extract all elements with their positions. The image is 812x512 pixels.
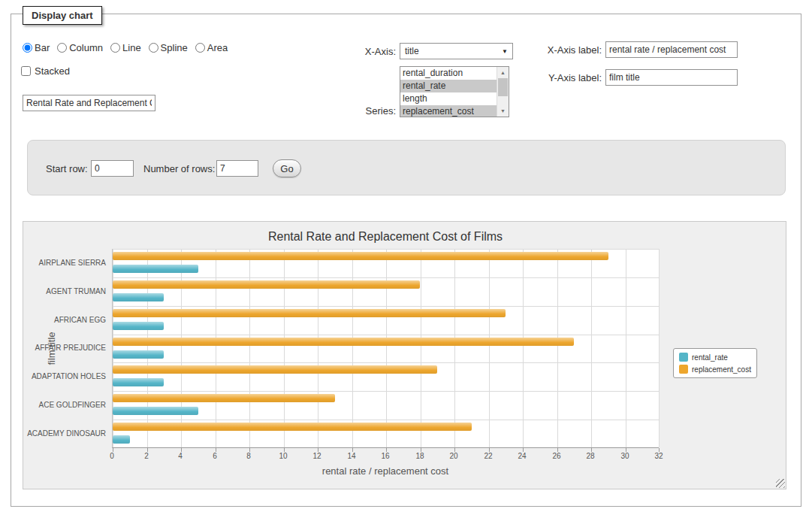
plot-area — [112, 249, 659, 448]
x-tick-label: 24 — [511, 452, 533, 460]
y-gridline — [113, 335, 659, 335]
chart-type-radio-line[interactable] — [110, 43, 120, 53]
x-gridline — [591, 249, 592, 447]
x-gridline — [523, 249, 524, 447]
x-tick-label: 8 — [237, 452, 260, 460]
x-tick-label: 14 — [340, 452, 363, 460]
stacked-option: Stacked — [21, 65, 70, 77]
number-of-rows-label: Number of rows: — [143, 163, 215, 174]
bar-rental_rate — [113, 350, 164, 359]
chart-type-option-area[interactable]: Area — [195, 42, 228, 53]
number-of-rows-input[interactable] — [216, 160, 258, 177]
x-gridline — [318, 249, 318, 447]
x-gridline — [386, 249, 387, 447]
bar-replacement_cost — [113, 394, 335, 402]
go-button[interactable]: Go — [273, 159, 301, 177]
chart-type-label: Column — [69, 42, 103, 53]
x-tick-label: 16 — [374, 452, 397, 460]
chart-type-label: Line — [122, 42, 141, 53]
chart-type-radio-area[interactable] — [195, 43, 205, 53]
y-gridline — [113, 391, 659, 392]
scrollbar-thumb[interactable] — [498, 78, 508, 96]
x-gridline — [557, 249, 558, 447]
y-gridline — [113, 306, 659, 307]
scroll-down-icon: ▼ — [500, 108, 506, 114]
chart-container: Rental Rate and Replacement Cost of Film… — [23, 221, 786, 489]
chart-title-input[interactable] — [23, 95, 155, 111]
y-axis-label-input[interactable] — [605, 69, 738, 86]
x-gridline — [626, 249, 626, 447]
x-axis-label-label: X-Axis label: — [539, 44, 602, 56]
x-axis-select[interactable]: title ▼ — [400, 43, 513, 59]
bar-rental_rate — [113, 265, 198, 273]
y-axis-label-label: Y-Axis label: — [539, 72, 602, 83]
scroll-up-icon: ▲ — [500, 70, 506, 75]
x-tick-label: 6 — [204, 452, 226, 460]
stacked-label: Stacked — [35, 65, 70, 77]
x-tick-label: 22 — [477, 452, 500, 460]
series-option-length[interactable]: length — [400, 92, 497, 105]
chart-type-radio-column[interactable] — [57, 43, 67, 53]
start-row-label: Start row: — [46, 163, 88, 174]
series-label: Series: — [336, 105, 396, 117]
category-label: AGENT TRUMAN — [23, 287, 106, 295]
row-range-panel: Start row: Number of rows: Go — [27, 140, 786, 195]
legend-label: rental_rate — [692, 353, 728, 362]
legend-swatch-icon — [679, 353, 688, 362]
y-gridline — [113, 277, 659, 278]
y-gridline — [113, 362, 659, 363]
chart-type-label: Bar — [35, 42, 50, 53]
panel-legend-label: Display chart — [32, 10, 93, 21]
chart-type-option-line[interactable]: Line — [110, 42, 141, 53]
category-axis-labels: AIRPLANE SIERRAAGENT TRUMANAFRICAN EGGAF… — [23, 249, 106, 448]
panel-legend: Display chart — [23, 6, 102, 25]
bar-replacement_cost — [113, 365, 437, 374]
legend-item-replacement_cost[interactable]: replacement_cost — [679, 365, 751, 374]
chart-type-option-spline[interactable]: Spline — [149, 42, 188, 53]
x-gridline — [249, 249, 250, 447]
x-gridline — [181, 249, 182, 447]
x-tick-label: 12 — [306, 452, 328, 460]
chart-type-option-column[interactable]: Column — [57, 42, 103, 53]
x-gridline — [284, 249, 285, 447]
x-tick-label: 26 — [545, 452, 568, 460]
x-gridline — [113, 249, 113, 447]
chart-type-radio-spline[interactable] — [149, 43, 158, 53]
x-tick-label: 18 — [409, 452, 431, 460]
stacked-checkbox[interactable] — [21, 66, 31, 76]
resize-handle-icon[interactable] — [776, 479, 785, 488]
bar-rental_rate — [113, 435, 130, 444]
x-tick-label: 4 — [169, 452, 192, 460]
x-tick-label: 10 — [272, 452, 294, 460]
series-option-rental_duration[interactable]: rental_duration — [400, 67, 497, 80]
page: Display chart BarColumnLineSplineArea St… — [0, 0, 812, 512]
bar-rental_rate — [113, 293, 164, 301]
series-options: rental_durationrental_ratelengthreplacem… — [400, 67, 497, 117]
dropdown-arrow-icon: ▼ — [502, 48, 508, 55]
chart-type-label: Spline — [161, 42, 188, 53]
legend-label: replacement_cost — [692, 365, 751, 374]
legend-item-rental_rate[interactable]: rental_rate — [679, 353, 751, 362]
scroll-down-button[interactable]: ▼ — [497, 105, 509, 117]
x-axis-selected-value: title — [405, 46, 419, 56]
bar-replacement_cost — [113, 252, 608, 260]
scroll-up-button[interactable]: ▲ — [497, 67, 509, 78]
chart-legend: rental_ratereplacement_cost — [673, 348, 757, 378]
y-axis-title: film title — [46, 249, 57, 448]
category-label: AFRICAN EGG — [23, 316, 106, 324]
bar-replacement_cost — [113, 338, 574, 346]
bar-replacement_cost — [113, 280, 420, 289]
series-option-replacement_cost[interactable]: replacement_cost — [400, 105, 497, 117]
x-axis-label-input[interactable] — [605, 41, 738, 58]
bar-rental_rate — [113, 407, 198, 415]
x-tick-label: 20 — [442, 452, 465, 460]
x-tick-label: 0 — [101, 452, 123, 460]
x-tick-label: 28 — [579, 452, 602, 460]
x-gridline — [489, 249, 490, 447]
x-axis-select-label: X-Axis: — [336, 46, 396, 57]
start-row-input[interactable] — [91, 160, 134, 177]
series-option-rental_rate[interactable]: rental_rate — [400, 80, 497, 92]
chart-type-option-bar[interactable]: Bar — [23, 42, 50, 53]
chart-type-radio-group: BarColumnLineSplineArea — [23, 42, 228, 53]
chart-type-radio-bar[interactable] — [23, 43, 32, 53]
